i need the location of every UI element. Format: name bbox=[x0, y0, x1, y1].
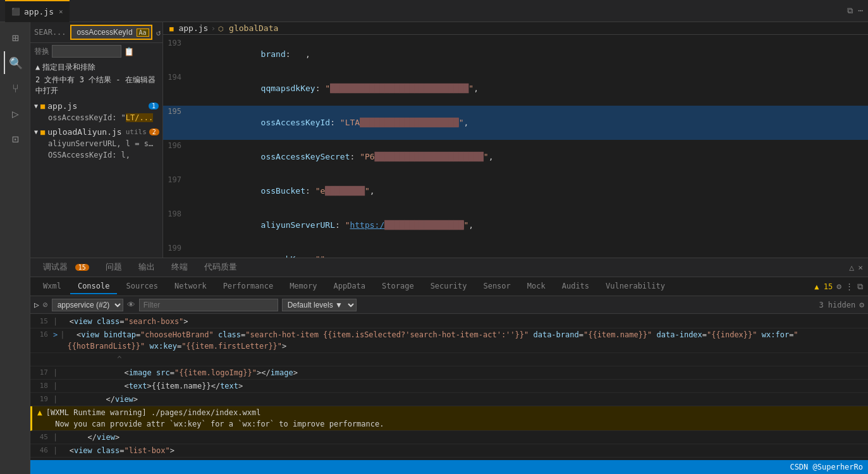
breadcrumb-bar: ■ app.js › ⬡ globalData bbox=[163, 22, 868, 35]
active-tab[interactable]: ⬛ app.js × bbox=[5, 0, 70, 22]
replace-icon[interactable]: 📋 bbox=[124, 47, 134, 56]
code-line-194: 194 qqmapsdkKey: "██████████████████████… bbox=[163, 72, 868, 106]
tab-problems[interactable]: 问题 bbox=[98, 259, 130, 276]
dock-icon[interactable]: ⧉ bbox=[857, 282, 863, 292]
tab-codequality[interactable]: 代码质量 bbox=[197, 259, 245, 276]
activity-debug[interactable]: ▷ bbox=[4, 102, 27, 125]
console-line-45: 45 | </view> bbox=[30, 431, 868, 444]
split-editor-icon[interactable]: ⧉ bbox=[847, 6, 853, 16]
js-file-icon: ⬛ bbox=[11, 8, 20, 16]
filter-label: ▲指定目录和排除 bbox=[30, 59, 162, 74]
status-right: CSDN @SuperherRo bbox=[790, 463, 863, 471]
search-input-container: Aa bbox=[70, 25, 152, 40]
line-num-196: 196 bbox=[163, 140, 192, 151]
file-expand-icon: ▼ bbox=[34, 103, 38, 109]
tab-vulnerability[interactable]: Vulnerability bbox=[598, 279, 673, 294]
file-result-appjs: ▼ ■ app.js 1 ossAccessKeyId: "LT/... bbox=[30, 99, 162, 125]
tab-memory[interactable]: Memory bbox=[282, 279, 324, 294]
editor-area: ■ app.js › ⬡ globalData 193 brand: , bbox=[163, 22, 868, 258]
console-line-16: 16 > | <view bindtap="chooseHotBrand" cl… bbox=[30, 328, 868, 353]
warning-icon: ▲ bbox=[37, 407, 42, 418]
js-utils-icon: ■ bbox=[40, 128, 45, 137]
case-sensitive-btn[interactable]: Aa bbox=[137, 28, 149, 37]
tab-audits[interactable]: Audits bbox=[554, 279, 597, 294]
file-result-header-appjs[interactable]: ▼ ■ app.js 1 bbox=[30, 100, 162, 112]
file-result-header-upload[interactable]: ▼ ■ uploadAliyun.js utils 2 bbox=[30, 126, 162, 138]
tab-terminal[interactable]: 终端 bbox=[164, 259, 195, 276]
console-line-18: 18 | <text>{{item.name}}</text> bbox=[30, 380, 868, 393]
line-content-199: searchKey: "" bbox=[192, 242, 868, 258]
replace-input[interactable] bbox=[52, 45, 121, 58]
activity-explorer[interactable]: ⊞ bbox=[4, 26, 27, 49]
search-input[interactable] bbox=[73, 27, 137, 38]
close-icon[interactable]: × bbox=[59, 8, 63, 16]
console-line-15: 15 | <view class="search-boxs"> bbox=[30, 315, 868, 328]
line-num-197: 197 bbox=[163, 174, 192, 185]
file-badge-upload: 2 bbox=[149, 128, 159, 135]
level-select[interactable]: Default levels ▼ bbox=[282, 299, 357, 311]
code-line-196: 196 ossAccessKeySecret: "P6█████████████… bbox=[163, 140, 868, 174]
line-content-198: aliyunServerURL: "https:/███████████████… bbox=[192, 208, 868, 242]
console-settings-icon[interactable]: ⚙ bbox=[859, 300, 864, 309]
breadcrumb-file: ■ app.js bbox=[169, 23, 208, 33]
panel-close-icon[interactable]: × bbox=[858, 263, 863, 272]
tab-debugger[interactable]: 调试器 15 bbox=[35, 259, 97, 276]
code-line-198: 198 aliyunServerURL: "https:/███████████… bbox=[163, 208, 868, 242]
sidebar: SEAR... Aa ↺ ≡ 📋 … 替换 📋 bbox=[30, 22, 163, 258]
tab-performance[interactable]: Performance bbox=[216, 279, 281, 294]
tab-sensor[interactable]: Sensor bbox=[475, 279, 518, 294]
file-result-uploadaliyun: ▼ ■ uploadAliyun.js utils 2 aliyunServer… bbox=[30, 125, 162, 162]
code-editor[interactable]: 193 brand: , 194 qqmapsdkKey: "█████████… bbox=[163, 35, 868, 258]
replace-label: 替换 bbox=[34, 46, 49, 57]
console-line-46: 46 | <view class="list-box"> bbox=[30, 444, 868, 458]
tab-label: app.js bbox=[24, 7, 54, 16]
filter-input[interactable] bbox=[139, 299, 278, 311]
tab-wxml[interactable]: Wxml bbox=[35, 279, 69, 294]
code-line-197: 197 ossBucket: "e████████", bbox=[163, 174, 868, 208]
line-num: 15 bbox=[35, 316, 53, 327]
tab-storage[interactable]: Storage bbox=[374, 279, 422, 294]
line-num-16: 16 bbox=[35, 329, 53, 340]
eye-icon[interactable]: 👁 bbox=[127, 300, 135, 309]
activity-search[interactable]: 🔍 bbox=[4, 51, 27, 74]
replace-row: 替换 📋 bbox=[30, 43, 162, 59]
line-content-193: brand: , bbox=[192, 37, 868, 72]
code-line-193: 193 brand: , bbox=[163, 37, 868, 72]
tab-security[interactable]: Security bbox=[423, 279, 475, 294]
activity-extensions[interactable]: ⊡ bbox=[4, 127, 27, 150]
panel-tabs-row1: 调试器 15 问题 输出 终端 代码质量 △ × bbox=[30, 258, 868, 277]
console-line-19: 19 | </view> bbox=[30, 393, 868, 406]
more-actions-icon[interactable]: ⋯ bbox=[858, 6, 863, 16]
more-icon[interactable]: ⋮ bbox=[845, 282, 853, 291]
code-line-195: 195 ossAccessKeyId: "LTA████████████████… bbox=[163, 106, 868, 140]
tab-console[interactable]: Console bbox=[70, 279, 118, 294]
refresh-icon[interactable]: ↺ bbox=[156, 28, 161, 37]
line-content-195: ossAccessKeyId: "LTA████████████████████… bbox=[192, 106, 868, 140]
console-output[interactable]: 15 | <view class="search-boxs"> 16 > | <… bbox=[30, 314, 868, 460]
result-count: 2 文件中有 3 个结果 - 在编辑器中打开 bbox=[30, 74, 162, 99]
file-name-appjs: app.js bbox=[47, 101, 77, 111]
line-content-196: ossAccessKeySecret: "P6█████████████████… bbox=[192, 140, 868, 174]
hidden-count: 3 hidden bbox=[819, 301, 855, 309]
stop-btn[interactable]: ⊘ bbox=[43, 300, 48, 309]
tab-sources[interactable]: Sources bbox=[118, 279, 166, 294]
settings-icon[interactable]: ⚙ bbox=[836, 282, 841, 291]
tab-output[interactable]: 输出 bbox=[131, 259, 162, 276]
panel-expand-icon[interactable]: △ bbox=[849, 263, 854, 272]
match-line-1[interactable]: ossAccessKeyId: "LT/... bbox=[30, 112, 162, 123]
match-line-3[interactable]: OSSAccessKeyId: l, bbox=[30, 149, 162, 161]
match-line-2[interactable]: aliyunServerURL, l = s.glo... bbox=[30, 138, 162, 149]
line-content-197: ossBucket: "e████████", bbox=[192, 174, 868, 208]
breadcrumb-sep: › bbox=[211, 23, 216, 33]
console-line-17: 17 | <image src="{{item.logoImg}}"></ima… bbox=[30, 366, 868, 380]
activity-bar: ⊞ 🔍 ⑂ ▷ ⊡ bbox=[0, 22, 30, 474]
tab-appdata[interactable]: AppData bbox=[326, 279, 373, 294]
tab-mock[interactable]: Mock bbox=[520, 279, 553, 294]
tab-network[interactable]: Network bbox=[167, 279, 214, 294]
search-label: SEAR... bbox=[34, 28, 66, 37]
top-bar: ⬛ app.js × ⧉ ⋯ bbox=[0, 0, 868, 22]
run-btn[interactable]: ▷ bbox=[34, 300, 39, 309]
js-icon: ■ bbox=[40, 102, 45, 111]
activity-git[interactable]: ⑂ bbox=[4, 77, 27, 99]
context-select[interactable]: appservice (#2) bbox=[52, 299, 123, 311]
